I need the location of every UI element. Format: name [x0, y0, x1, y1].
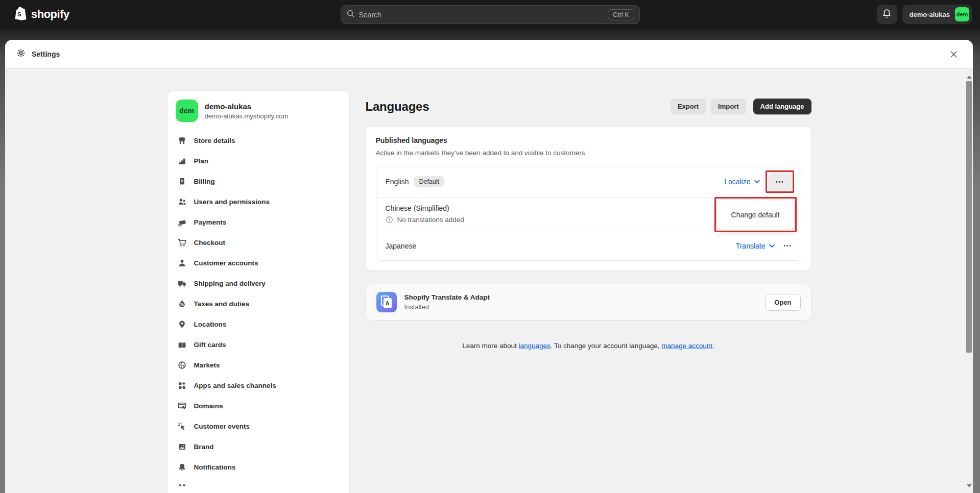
account-name: demo-alukas	[910, 11, 950, 18]
sidebar-item-checkout[interactable]: Checkout	[173, 232, 344, 253]
plan-icon	[178, 156, 187, 165]
search-placeholder: Search	[359, 11, 604, 19]
sidebar-item-label: Customer events	[194, 423, 250, 430]
person-icon	[178, 258, 187, 267]
chevron-down-icon	[769, 244, 775, 248]
settings-nav: Store detailsPlan$BillingUsers and permi…	[168, 128, 349, 493]
bell-icon	[178, 462, 187, 472]
settings-sidebar: dem demo-alukas demo-alukas.myshopify.co…	[167, 90, 350, 493]
sidebar-item-brand[interactable]: Brand	[173, 436, 344, 457]
svg-text:%: %	[180, 302, 184, 307]
events-icon	[178, 422, 187, 431]
scrollbar	[965, 69, 973, 493]
sidebar-item-notifications[interactable]: Notifications	[173, 457, 344, 477]
payments-icon	[178, 217, 187, 227]
sidebar-item-label: Plan	[194, 157, 209, 165]
sidebar-item-label: Apps and sales channels	[194, 382, 276, 389]
horizontal-dots-icon	[783, 241, 792, 250]
sidebar-item-domains[interactable]: Domains	[173, 396, 344, 416]
sidebar-item-taxes-and-duties[interactable]: %Taxes and duties	[173, 293, 344, 314]
store-icon	[178, 136, 187, 145]
change-default-menu-item[interactable]: Change default	[716, 199, 795, 230]
sidebar-item-payments[interactable]: Payments	[173, 212, 344, 232]
sidebar-item-apps-and-sales-channels[interactable]: Apps and sales channels	[173, 375, 344, 396]
footer-note: Learn more about languages. To change yo…	[366, 342, 811, 350]
bell-icon	[882, 9, 892, 20]
open-button[interactable]: Open	[765, 294, 800, 311]
sidebar-item-customer-accounts[interactable]: Customer accounts	[173, 253, 344, 273]
sidebar-item-label: Markets	[194, 361, 220, 369]
sidebar-item-label: Billing	[194, 178, 215, 185]
shopify-wordmark: shopify	[31, 8, 69, 21]
language-name: English	[386, 178, 409, 186]
notifications-button[interactable]	[877, 5, 897, 24]
svg-text:$: $	[181, 178, 183, 183]
localize-dropdown[interactable]: Localize	[724, 178, 759, 186]
translate-adapt-app-icon: A	[376, 292, 397, 312]
language-row-japanese: Japanese Translate	[376, 231, 801, 260]
gear-icon	[16, 48, 26, 60]
sidebar-item-label: Users and permissions	[194, 198, 270, 206]
settings-content: dem demo-alukas demo-alukas.myshopify.co…	[5, 69, 973, 493]
sidebar-item-label: Payments	[194, 218, 227, 226]
scrollbar-thumb[interactable]	[966, 81, 972, 353]
info-icon	[386, 216, 393, 224]
sidebar-item-label: Brand	[194, 443, 214, 451]
modal-title: Settings	[32, 50, 60, 58]
published-languages-card: Published languages Active in the market…	[366, 127, 811, 270]
sidebar-item-billing[interactable]: $Billing	[173, 171, 344, 191]
sidebar-item-partial[interactable]	[173, 477, 344, 493]
add-language-button[interactable]: Add language	[753, 98, 811, 114]
taxes-icon: %	[178, 299, 187, 308]
sidebar-item-customer-events[interactable]: Customer events	[173, 416, 344, 436]
domains-icon	[178, 401, 187, 410]
manage-account-link[interactable]: manage account	[661, 342, 712, 350]
languages-link[interactable]: languages	[519, 342, 551, 350]
sidebar-item-label: Shipping and delivery	[194, 280, 266, 287]
sidebar-item-store-details[interactable]: Store details	[173, 130, 344, 151]
sidebar-item-shipping-and-delivery[interactable]: Shipping and delivery	[173, 273, 344, 293]
modal-backdrop: Settings dem demo-alukas demo-alukas.mys…	[0, 29, 980, 493]
settings-modal: Settings dem demo-alukas demo-alukas.mys…	[5, 40, 973, 493]
translate-dropdown[interactable]: Translate	[736, 242, 775, 250]
app-title: Shopify Translate & Adapt	[404, 293, 490, 301]
store-header: dem demo-alukas demo-alukas.myshopify.co…	[168, 91, 349, 128]
translations-note: No translations added	[397, 216, 464, 224]
topbar: S shopify Search Ctrl K demo-alukas dem	[0, 0, 980, 29]
sidebar-item-plan[interactable]: Plan	[173, 151, 344, 171]
svg-text:S: S	[17, 11, 21, 17]
store-avatar: dem	[176, 100, 198, 122]
close-button[interactable]	[945, 46, 962, 62]
sidebar-item-locations[interactable]: Locations	[173, 314, 344, 334]
sidebar-item-users-and-permissions[interactable]: Users and permissions	[173, 191, 344, 212]
shopify-logo: S shopify	[14, 6, 69, 23]
sidebar-item-label: Store details	[194, 137, 235, 144]
store-name: demo-alukas	[205, 102, 289, 111]
truck-icon	[178, 279, 187, 288]
settings-modal-header: Settings	[5, 40, 973, 69]
import-button[interactable]: Import	[711, 98, 746, 114]
app-status: Installed	[404, 303, 490, 311]
brand-icon	[178, 442, 187, 451]
users-icon	[178, 197, 187, 206]
card-subheading: Active in the markets they've been added…	[376, 149, 801, 157]
billing-icon: $	[178, 177, 187, 186]
sidebar-item-label: Taxes and duties	[194, 300, 250, 308]
sidebar-item-label: Domains	[194, 402, 223, 410]
sidebar-item-gift-cards[interactable]: Gift cards	[173, 334, 344, 355]
scroll-up-arrow[interactable]	[965, 72, 973, 82]
export-button[interactable]: Export	[671, 98, 706, 114]
shopify-bag-icon: S	[14, 6, 28, 23]
translate-adapt-card: A Shopify Translate & Adapt Installed Op…	[366, 284, 811, 321]
scroll-down-arrow[interactable]	[965, 481, 973, 491]
english-menu-button[interactable]	[768, 173, 792, 190]
sidebar-item-label: Customer accounts	[194, 259, 258, 267]
sidebar-item-label: Locations	[194, 321, 227, 328]
sidebar-item-label: Notifications	[194, 463, 236, 471]
globe-icon: $	[178, 360, 187, 369]
sidebar-item-markets[interactable]: $Markets	[173, 355, 344, 375]
account-menu[interactable]: demo-alukas dem	[902, 5, 972, 24]
japanese-menu-button[interactable]	[783, 241, 792, 250]
search-input[interactable]: Search Ctrl K	[341, 5, 640, 24]
partial-icon	[178, 483, 187, 492]
